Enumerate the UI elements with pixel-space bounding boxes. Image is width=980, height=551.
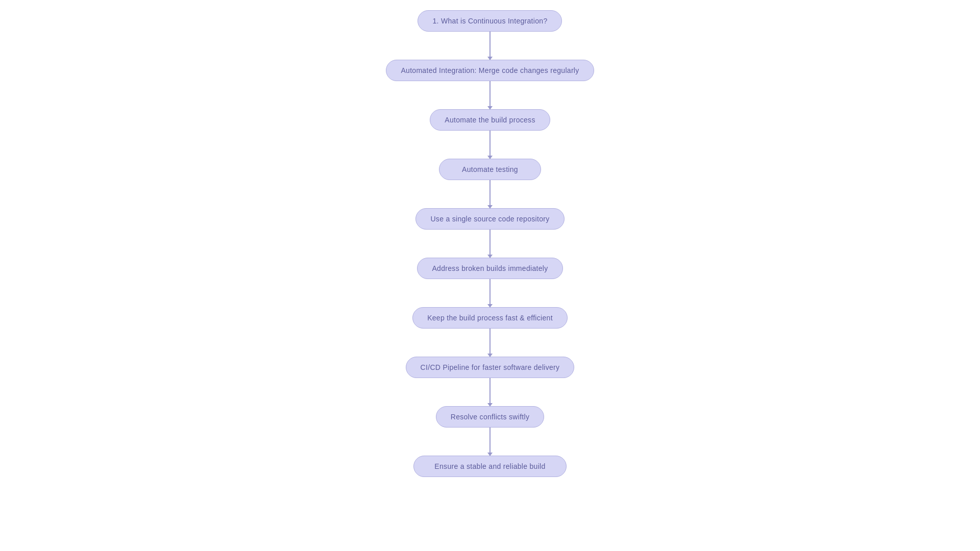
node-9: Resolve conflicts swiftly [436,406,545,428]
connector-6 [489,279,491,307]
node-5: Use a single source code repository [415,208,564,230]
node-4: Automate testing [439,159,541,180]
connector-3 [489,131,491,159]
node-1: 1. What is Continuous Integration? [418,10,562,32]
connector-9 [489,428,491,456]
node-7: Keep the build process fast & efficient [412,307,568,329]
connector-4 [489,180,491,208]
connector-5 [489,230,491,258]
connector-8 [489,378,491,406]
node-8: CI/CD Pipeline for faster software deliv… [406,357,575,378]
node-10: Ensure a stable and reliable build [413,456,567,477]
node-2: Automated Integration: Merge code change… [386,60,594,81]
node-6: Address broken builds immediately [417,258,562,279]
connector-1 [489,32,491,60]
node-3: Automate the build process [430,109,550,131]
connector-7 [489,329,491,357]
flowchart-container: 1. What is Continuous Integration?Automa… [386,0,594,477]
connector-2 [489,81,491,109]
